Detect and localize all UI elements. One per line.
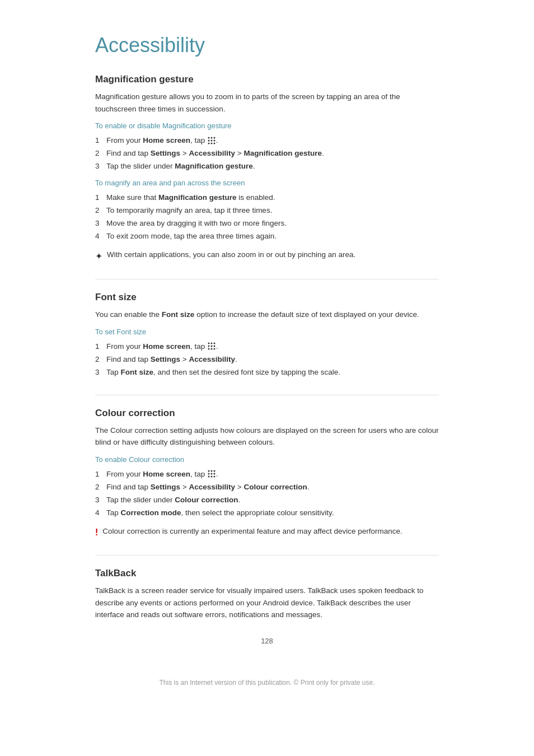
note-text: With certain applications, you can also … [107,249,355,261]
step-item: 2 To temporarily magnify an area, tap it… [95,204,439,217]
step-item: 2 Find and tap Settings > Accessibility … [95,147,439,160]
step-item: 1 From your Home screen, tap . [95,468,439,481]
step-item: 2 Find and tap Settings > Accessibility … [95,481,439,494]
tip-icon: ✦ [95,249,102,264]
svg-point-2 [214,137,216,138]
page-title: Accessibility [95,34,439,57]
svg-point-22 [211,473,213,475]
svg-point-19 [211,470,213,472]
steps-set-fontsize: 1 From your Home screen, tap . [95,340,439,379]
section-magnification-title: Magnification gesture [95,74,439,85]
note-colour: ! Colour correction is currently an expe… [95,525,439,540]
page-number: 128 [95,637,439,645]
step-item: 2 Find and tap Settings > Accessibility. [95,353,439,366]
section-colour: Colour correction The Colour correction … [95,408,439,540]
apps-icon [207,136,216,145]
svg-point-26 [214,476,216,478]
note-text: Colour correction is currently an experi… [102,525,402,538]
divider [95,555,439,556]
svg-point-4 [211,139,213,141]
svg-point-20 [214,470,216,472]
svg-point-16 [211,348,213,350]
section-magnification: Magnification gesture Magnification gest… [95,74,439,263]
svg-point-14 [214,346,216,347]
section-magnification-desc: Magnification gesture allows you to zoom… [95,91,439,115]
svg-point-10 [211,343,213,344]
section-fontsize-desc: You can enable the Font size option to i… [95,309,439,321]
step-item: 4 Tap Correction mode, then select the a… [95,507,439,520]
subsection-enable-colour-title: To enable Colour correction [95,455,439,464]
section-fontsize-title: Font size [95,292,439,303]
section-colour-desc: The Colour correction setting adjusts ho… [95,424,439,449]
svg-point-3 [208,139,210,141]
svg-point-1 [211,137,213,138]
page-container: Accessibility Magnification gesture Magn… [0,0,534,731]
svg-point-17 [214,348,216,350]
svg-point-9 [208,343,210,344]
steps-magnify-pan: 1 Make sure that Magnification gesture i… [95,192,439,243]
svg-point-15 [208,348,210,350]
svg-point-8 [214,142,216,144]
divider [95,279,439,279]
section-talkback-title: TalkBack [95,568,439,579]
svg-point-24 [208,476,210,478]
section-talkback: TalkBack TalkBack is a screen reader ser… [95,568,439,621]
steps-enable-magnification: 1 From your Home screen, tap . [95,134,439,173]
svg-point-7 [211,142,213,144]
step-item: 3 Move the area by dragging it with two … [95,217,439,230]
note-magnification: ✦ With certain applications, you can als… [95,249,439,264]
svg-point-0 [208,137,210,138]
svg-point-11 [214,343,216,344]
svg-point-25 [211,476,213,478]
section-talkback-desc: TalkBack is a screen reader service for … [95,585,439,621]
step-item: 3 Tap Font size, and then set the desire… [95,366,439,379]
step-item: 1 Make sure that Magnification gesture i… [95,192,439,204]
step-item: 4 To exit zoom mode, tap the area three … [95,230,439,243]
step-item: 1 From your Home screen, tap . [95,134,439,147]
step-item: 3 Tap the slider under Colour correction… [95,494,439,507]
section-fontsize: Font size You can enable the Font size o… [95,292,439,379]
warning-icon: ! [95,525,98,540]
section-colour-title: Colour correction [95,408,439,419]
divider [95,395,439,395]
apps-icon [207,342,216,351]
svg-point-21 [208,473,210,475]
apps-icon [207,469,216,478]
subsection-set-fontsize-title: To set Font size [95,328,439,336]
svg-point-18 [208,470,210,472]
subsection-magnify-pan-title: To magnify an area and pan across the sc… [95,179,439,187]
svg-point-6 [208,142,210,144]
svg-point-12 [208,346,210,347]
svg-point-23 [214,473,216,475]
svg-point-5 [214,139,216,141]
step-item: 3 Tap the slider under Magnification ges… [95,160,439,173]
svg-point-13 [211,346,213,347]
steps-enable-colour: 1 From your Home screen, tap . [95,468,439,520]
step-item: 1 From your Home screen, tap . [95,340,439,353]
subsection-enable-magnification-title: To enable or disable Magnification gestu… [95,122,439,130]
page-footer: This is an Internet version of this publ… [95,679,439,698]
